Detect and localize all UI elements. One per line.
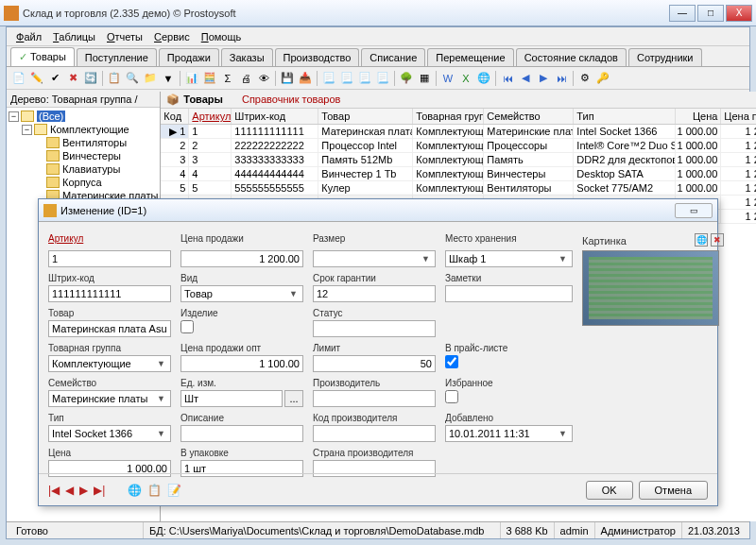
tab-stock[interactable]: Состояние складов [516, 48, 627, 66]
minimize-button[interactable]: — [669, 5, 696, 22]
dialog-close-button[interactable]: ▭ [675, 203, 713, 218]
tree-item[interactable]: Винчестеры [9, 149, 158, 162]
menu-help[interactable]: Помощь [196, 29, 248, 44]
table-row[interactable]: 44444444444444Винчестер 1 TbКомплектующи… [161, 167, 756, 181]
tb-next-icon[interactable]: ▶ [535, 70, 552, 87]
tb-search-icon[interactable]: 🔍 [124, 70, 141, 87]
tab-production[interactable]: Производство [275, 48, 360, 66]
tb-check-icon[interactable]: ✔ [46, 70, 63, 87]
fld-added[interactable]: 10.01.2011 11:31▼ [445, 425, 573, 442]
unit-browse-button[interactable]: ... [284, 390, 303, 407]
fld-product[interactable] [180, 320, 194, 333]
dropdown-icon[interactable]: ▼ [556, 254, 570, 264]
tb-excel-icon[interactable]: X [457, 70, 474, 87]
tab-sales[interactable]: Продажи [159, 48, 219, 66]
dropdown-icon[interactable]: ▼ [556, 429, 570, 438]
tree-item[interactable]: Вентиляторы [9, 136, 158, 149]
col-family[interactable]: Семейство [484, 109, 574, 124]
nav-last-icon[interactable]: ▶| [94, 484, 105, 497]
menu-service[interactable]: Сервис [148, 29, 196, 44]
tb-html-icon[interactable]: 🌐 [475, 70, 492, 87]
picture-preview[interactable] [582, 250, 719, 326]
tab-writeoff[interactable]: Списание [361, 48, 425, 66]
menu-file[interactable]: Файл [10, 29, 47, 44]
ok-button[interactable]: OK [586, 481, 633, 500]
maximize-button[interactable]: □ [697, 5, 724, 22]
col-sale[interactable]: Цена продажи [721, 109, 756, 124]
pic-delete-icon[interactable]: ✖ [711, 233, 724, 247]
tb-doc2-icon[interactable]: 📃 [338, 70, 355, 87]
tb-grid-icon[interactable]: ▦ [416, 70, 433, 87]
tb-doc1-icon[interactable]: 📃 [320, 70, 337, 87]
tab-incoming[interactable]: Поступление [77, 48, 157, 66]
tb-tree-icon[interactable]: 🌳 [398, 70, 415, 87]
tb-preview-icon[interactable]: 👁 [255, 70, 272, 87]
nav-first-icon[interactable]: |◀ [48, 484, 60, 497]
tb-last-icon[interactable]: ⏭ [553, 70, 570, 87]
col-group[interactable]: Товарная группа [413, 109, 484, 124]
tab-staff[interactable]: Сотрудники [628, 48, 702, 66]
tree-item[interactable]: Клавиатуры [9, 162, 158, 176]
col-type[interactable]: Тип [574, 109, 676, 124]
tb-settings-icon[interactable]: ⚙ [576, 70, 593, 87]
dropdown-icon[interactable]: ▼ [419, 254, 433, 264]
tab-goods[interactable]: ✓Товары [10, 47, 75, 66]
tb-folder-icon[interactable]: 📁 [142, 70, 159, 87]
col-price[interactable]: Цена [676, 109, 721, 124]
tree-group[interactable]: − Комплектующие [9, 123, 158, 136]
tab-transfer[interactable]: Перемещение [427, 48, 513, 66]
dropdown-icon[interactable]: ▼ [286, 289, 301, 298]
fld-saleprice[interactable] [180, 250, 303, 267]
fld-unit[interactable] [180, 390, 283, 407]
tb-print-icon[interactable]: 🖨 [237, 70, 254, 87]
table-row[interactable]: 55555555555555КулерКомплектующиеВентилят… [161, 181, 756, 196]
dropdown-icon[interactable]: ▼ [154, 394, 168, 403]
table-row[interactable]: 33333333333333Память 512MbКомплектующиеП… [161, 153, 756, 167]
table-row[interactable]: ▶ 11111111111111Материнская плата AsusКо… [161, 125, 756, 139]
fld-group[interactable]: Комплектующие▼ [48, 355, 171, 372]
col-code[interactable]: Код [161, 109, 189, 124]
tb-export-icon[interactable]: 💾 [279, 70, 296, 87]
fld-storage[interactable]: Шкаф 1▼ [445, 250, 573, 267]
nav-next-icon[interactable]: ▶ [79, 484, 88, 497]
fld-mancode[interactable] [313, 425, 436, 442]
tb-calc-icon[interactable]: 🧮 [201, 70, 218, 87]
tb-key-icon[interactable]: 🔑 [594, 70, 611, 87]
tb-word-icon[interactable]: W [439, 70, 456, 87]
tb-doc4-icon[interactable]: 📃 [374, 70, 391, 87]
fld-type[interactable]: Intel Socket 1366▼ [48, 425, 171, 442]
nav-globe-icon[interactable]: 🌐 [128, 484, 142, 497]
tb-first-icon[interactable]: ⏮ [499, 70, 516, 87]
tree-item[interactable]: Корпуса [9, 176, 158, 189]
fld-notes[interactable] [445, 285, 573, 302]
fld-manufacturer[interactable] [313, 390, 436, 407]
tree-root[interactable]: − (Все) [9, 110, 158, 123]
col-article[interactable]: Артикул [189, 109, 232, 124]
tb-copy-icon[interactable]: 📋 [106, 70, 123, 87]
fld-family[interactable]: Материнские платы▼ [48, 390, 171, 407]
tb-chart-icon[interactable]: 📊 [183, 70, 200, 87]
fld-limit[interactable] [313, 355, 436, 372]
fld-favorite[interactable] [445, 390, 458, 403]
collapse-icon[interactable]: − [9, 111, 19, 122]
fld-status[interactable] [313, 320, 436, 337]
tb-filter-icon[interactable]: ▼ [160, 70, 177, 87]
tb-delete-icon[interactable]: ✖ [64, 70, 81, 87]
dropdown-icon[interactable]: ▼ [154, 429, 168, 438]
col-item[interactable]: Товар [318, 109, 413, 124]
table-row[interactable]: 22222222222222Процессор IntelКомплектующ… [161, 139, 756, 153]
fld-wholesale[interactable] [180, 355, 303, 372]
tb-prev-icon[interactable]: ◀ [517, 70, 534, 87]
menu-reports[interactable]: Отчеты [101, 29, 148, 44]
nav-note-icon[interactable]: 📝 [167, 484, 181, 497]
tb-doc3-icon[interactable]: 📃 [356, 70, 373, 87]
tb-new-icon[interactable]: 📄 [10, 70, 27, 87]
fld-item[interactable] [48, 320, 171, 337]
nav-prev-icon[interactable]: ◀ [65, 484, 74, 497]
dropdown-icon[interactable]: ▼ [154, 359, 168, 368]
tb-refresh-icon[interactable]: 🔄 [82, 70, 99, 87]
fld-description[interactable] [180, 425, 303, 442]
col-barcode[interactable]: Штрих-код [232, 109, 318, 124]
fld-article[interactable] [48, 250, 171, 267]
tb-sum-icon[interactable]: Σ [219, 70, 236, 87]
